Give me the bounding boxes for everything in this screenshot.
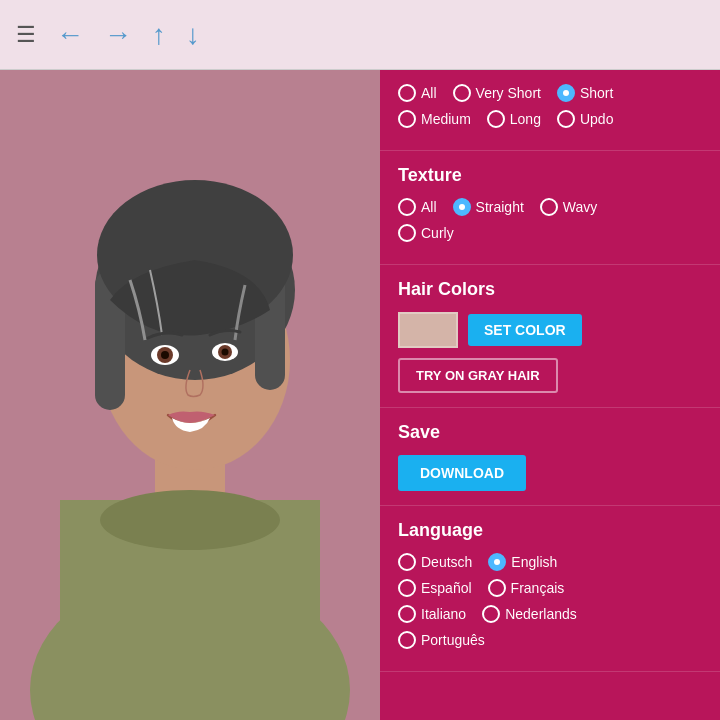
length-medium-item[interactable]: Medium (398, 110, 471, 128)
save-title: Save (398, 422, 702, 443)
language-nederlands-radio[interactable] (482, 605, 500, 623)
texture-straight-item[interactable]: Straight (453, 198, 524, 216)
length-updo-radio[interactable] (557, 110, 575, 128)
length-long-label: Long (510, 111, 541, 127)
texture-all-label: All (421, 199, 437, 215)
texture-curly-label: Curly (421, 225, 454, 241)
language-english-radio[interactable] (488, 553, 506, 571)
length-very-short-item[interactable]: Very Short (453, 84, 541, 102)
length-all-radio[interactable] (398, 84, 416, 102)
language-espanol-item[interactable]: Español (398, 579, 472, 597)
length-very-short-label: Very Short (476, 85, 541, 101)
person-photo (0, 70, 380, 720)
gray-hair-button[interactable]: TRY ON GRAY HAIR (398, 358, 558, 393)
texture-straight-label: Straight (476, 199, 524, 215)
length-medium-radio[interactable] (398, 110, 416, 128)
hamburger-icon[interactable]: ☰ (16, 22, 36, 48)
svg-point-15 (222, 349, 229, 356)
color-picker-row: SET COLOR (398, 312, 702, 348)
length-updo-label: Updo (580, 111, 613, 127)
texture-title: Texture (398, 165, 702, 186)
language-deutsch-label: Deutsch (421, 554, 472, 570)
language-portugues-item[interactable]: Português (398, 631, 485, 649)
svg-point-4 (100, 490, 280, 550)
language-espanol-label: Español (421, 580, 472, 596)
texture-row-2: Curly (398, 224, 702, 242)
language-deutsch-item[interactable]: Deutsch (398, 553, 472, 571)
language-nederlands-label: Nederlands (505, 606, 577, 622)
set-color-button[interactable]: SET COLOR (468, 314, 582, 346)
toolbar: ☰ ← → ↑ ↓ (0, 0, 720, 70)
svg-point-12 (161, 351, 169, 359)
main-area: All Very Short Short Medium Lo (0, 70, 720, 720)
arrow-down-icon[interactable]: ↓ (186, 19, 200, 51)
length-updo-item[interactable]: Updo (557, 110, 613, 128)
length-short-item[interactable]: Short (557, 84, 613, 102)
language-espanol-radio[interactable] (398, 579, 416, 597)
language-english-label: English (511, 554, 557, 570)
texture-row-1: All Straight Wavy (398, 198, 702, 216)
language-row-4: Português (398, 631, 702, 649)
language-italiano-radio[interactable] (398, 605, 416, 623)
language-portugues-label: Português (421, 632, 485, 648)
save-section: Save DOWNLOAD (380, 408, 720, 506)
texture-section: Texture All Straight Wavy Curly (380, 151, 720, 265)
hair-colors-section: Hair Colors SET COLOR TRY ON GRAY HAIR (380, 265, 720, 408)
language-title: Language (398, 520, 702, 541)
arrow-left-icon[interactable]: ← (56, 19, 84, 51)
download-button[interactable]: DOWNLOAD (398, 455, 526, 491)
arrow-right-icon[interactable]: → (104, 19, 132, 51)
texture-curly-radio[interactable] (398, 224, 416, 242)
gray-hair-row: TRY ON GRAY HAIR (398, 358, 702, 393)
language-row-3: Italiano Nederlands (398, 605, 702, 623)
texture-wavy-radio[interactable] (540, 198, 558, 216)
arrow-up-icon[interactable]: ↑ (152, 19, 166, 51)
language-row-2: Español Français (398, 579, 702, 597)
language-row-1: Deutsch English (398, 553, 702, 571)
hair-colors-title: Hair Colors (398, 279, 702, 300)
language-italiano-item[interactable]: Italiano (398, 605, 466, 623)
texture-wavy-label: Wavy (563, 199, 597, 215)
language-francais-radio[interactable] (488, 579, 506, 597)
texture-all-radio[interactable] (398, 198, 416, 216)
language-portugues-radio[interactable] (398, 631, 416, 649)
right-panel: All Very Short Short Medium Lo (380, 70, 720, 720)
length-long-item[interactable]: Long (487, 110, 541, 128)
language-francais-item[interactable]: Français (488, 579, 565, 597)
language-francais-label: Français (511, 580, 565, 596)
language-italiano-label: Italiano (421, 606, 466, 622)
length-row-2: Medium Long Updo (398, 110, 702, 128)
length-short-radio[interactable] (557, 84, 575, 102)
language-english-item[interactable]: English (488, 553, 557, 571)
length-long-radio[interactable] (487, 110, 505, 128)
length-very-short-radio[interactable] (453, 84, 471, 102)
language-deutsch-radio[interactable] (398, 553, 416, 571)
length-short-label: Short (580, 85, 613, 101)
length-all-item[interactable]: All (398, 84, 437, 102)
texture-curly-item[interactable]: Curly (398, 224, 454, 242)
length-section: All Very Short Short Medium Lo (380, 70, 720, 151)
texture-straight-radio[interactable] (453, 198, 471, 216)
length-medium-label: Medium (421, 111, 471, 127)
language-section: Language Deutsch English Español (380, 506, 720, 672)
language-nederlands-item[interactable]: Nederlands (482, 605, 577, 623)
color-swatch[interactable] (398, 312, 458, 348)
texture-all-item[interactable]: All (398, 198, 437, 216)
length-all-label: All (421, 85, 437, 101)
image-panel (0, 70, 380, 720)
texture-wavy-item[interactable]: Wavy (540, 198, 597, 216)
length-row-1: All Very Short Short (398, 84, 702, 102)
